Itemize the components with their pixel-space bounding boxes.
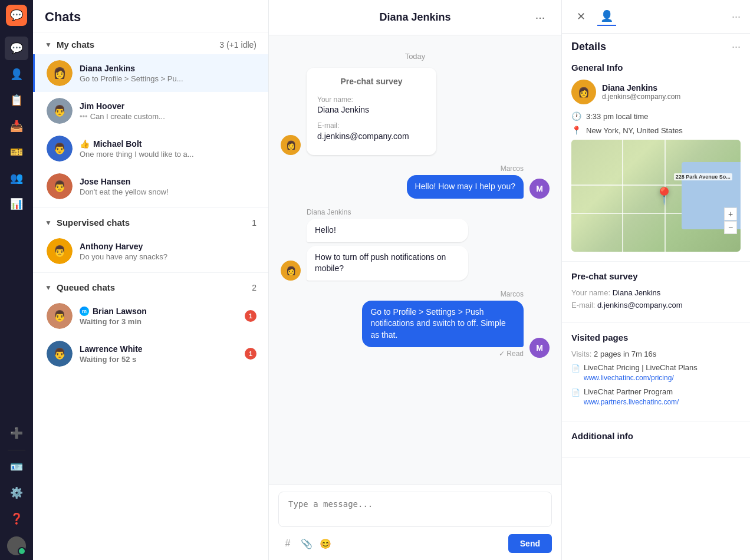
attachment-btn[interactable]: 📎 [297,534,316,553]
chat-preview-text-jim: Can I create custom... [90,112,165,121]
user-avatar[interactable] [7,536,26,555]
avatar-img-anthony: 👨 [47,238,73,264]
map-container[interactable]: 228 Park Avenue So... 📍 + − [571,140,741,252]
chat-item-lawrence[interactable]: 👨 Lawrence White Waiting for 52 s 1 [33,335,268,373]
send-button[interactable]: Send [508,534,552,553]
details-title: Details [571,41,606,53]
chat-item-diana[interactable]: 👩 Diana Jenkins Go to Profile > Settings… [33,54,268,92]
messenger-icon-brian: m [80,307,89,316]
queued-chevron: ▼ [45,284,52,292]
page-title-2: LiveChat Partner Program [584,387,679,396]
queued-chats-section-header[interactable]: ▼ Queued chats 2 [33,275,268,297]
nav-item-contacts[interactable]: 👤 [5,62,28,86]
bubble-1: Hello! How may I help you? [407,175,524,199]
hashtag-btn[interactable]: # [278,534,297,553]
info-location-row: 📍 New York, NY, United States [571,126,741,135]
page-url-2[interactable]: www.partners.livechatinc.com/ [584,398,679,406]
info-time: 3:33 pm local time [586,112,649,121]
my-chats-section-header[interactable]: ▼ My chats 3 (+1 idle) [33,32,268,54]
nav-item-add[interactable]: ➕ [5,421,28,445]
general-info-user-row: 👩 Diana Jenkins d.jenkins@company.com [571,80,741,104]
msg-sender-diana: Diana Jenkins [307,208,468,216]
survey-bubble: Pre-chat survey Your name: Diana Jenkins… [307,68,436,155]
survey-name-label: Your name: [317,95,426,105]
msg-avatar-marcos-1: M [529,179,550,199]
chat-content-jim: Jim Hoover ••• Can I create custom... [80,101,256,121]
pre-chat-email-row: E-mail: d.jenkins@company.com [571,301,741,309]
chat-item-jim[interactable]: 👨 Jim Hoover ••• Can I create custom... [33,92,268,130]
page-url-1[interactable]: www.livechatinc.com/pricing/ [584,374,674,382]
thumbup-icon: 👍 [80,139,90,149]
chat-name-anthony: Anthony Harvey [80,242,256,251]
details-more-btn[interactable]: ··· [732,41,741,53]
input-actions: # 📎 😊 Send [278,534,552,553]
chat-more-btn[interactable]: ··· [531,8,550,27]
nav-item-team[interactable]: 👥 [5,166,28,190]
page-icon-2: 📄 [571,388,580,397]
close-panel-btn[interactable]: ✕ [571,7,590,26]
badge-lawrence: 1 [245,348,256,360]
nav-item-settings[interactable]: ⚙️ [5,481,28,505]
sidebar-header: Chats [33,0,268,32]
clock-icon: 🕐 [571,111,581,121]
visited-pages-section: Visited pages Visits: 2 pages in 7m 16s … [562,323,750,421]
chat-item-anthony[interactable]: 👨 Anthony Harvey Do you have any snacks? [33,232,268,270]
visits-value: 2 pages in 7m 16s [594,350,656,358]
main-chat: Diana Jenkins ··· Today 👩 Pre-chat surve… [269,0,561,560]
supervised-chats-section-header[interactable]: ▼ Supervised chats 1 [33,210,268,232]
emoji-btn[interactable]: 😊 [316,534,335,553]
pre-chat-title: Pre-chat survey [571,271,741,281]
chat-title: Diana Jenkins [379,11,450,24]
nav-item-help[interactable]: ❓ [5,507,28,531]
chat-item-michael[interactable]: 👨 👍 Michael Bolt One more thing I would … [33,130,268,167]
chat-preview-diana: Go to Profile > Settings > Pu... [80,74,256,83]
chat-content-diana: Diana Jenkins Go to Profile > Settings >… [80,64,256,83]
zoom-out-btn[interactable]: − [724,221,737,234]
map-address-label: 228 Park Avenue So... [674,173,732,180]
nav-item-chats[interactable]: 💬 [5,37,28,60]
queued-title: Queued chats [57,282,252,292]
survey-content: Pre-chat survey Your name: Diana Jenkins… [307,68,436,155]
general-info-name: Diana Jenkins [602,83,680,93]
msg-content-2: Diana Jenkins Hello! How to turn off pus… [307,208,468,281]
map-road-1 [622,140,623,252]
survey-title: Pre-chat survey [317,76,426,88]
visited-pages-title: Visited pages [571,332,741,342]
general-info-email: d.jenkins@company.com [602,93,680,101]
page-icon-1: 📄 [571,364,580,373]
nav-item-reports[interactable]: 📋 [5,88,28,112]
avatar-brian: 👨 [47,303,73,329]
chat-preview-jose: Don't eat the yellow snow! [80,187,256,196]
nav-item-tickets[interactable]: 🎫 [5,140,28,164]
avatar-img-diana: 👩 [47,60,73,86]
nav-item-inbox[interactable]: 📥 [5,114,28,138]
right-panel: ✕ 👤 ··· Details ··· General Info 👩 Diana… [561,0,750,560]
chat-name-lawrence: Lawrence White [80,344,245,354]
typing-dots-jim: ••• [80,112,88,121]
chat-item-brian[interactable]: 👨 m Brian Lawson Waiting for 3 min 1 [33,297,268,335]
msg-sender-1: Marcos [407,164,524,173]
nav-item-analytics[interactable]: 📊 [5,192,28,216]
nav-item-billing[interactable]: 🪪 [5,455,28,479]
panel-more-btn[interactable]: ··· [732,11,741,23]
chat-item-jose[interactable]: 👨 Jose Hansen Don't eat the yellow snow! [33,167,268,205]
avatar-img-lawrence: 👨 [47,341,73,367]
zoom-in-btn[interactable]: + [724,207,737,220]
survey-avatar: 👩 [281,135,301,155]
message-row-1: M Marcos Hello! How may I help you? [281,164,550,199]
page-visit-2: 📄 LiveChat Partner Program www.partners.… [571,387,741,407]
avatar-michael: 👨 [47,136,73,162]
pre-chat-name-row: Your name: Diana Jenkins [571,288,741,297]
general-info-avatar: 👩 [571,80,596,104]
logo-icon: 💬 [10,9,23,22]
message-input[interactable] [278,492,552,527]
user-tab-btn[interactable]: 👤 [597,7,616,26]
chat-name-jim: Jim Hoover [80,101,256,111]
avatar-lawrence: 👨 [47,341,73,367]
info-time-row: 🕐 3:33 pm local time [571,111,741,121]
general-info-user-details: Diana Jenkins d.jenkins@company.com [602,83,680,101]
msg-content-3: Marcos Go to Profile > Settings > Push n… [362,290,524,358]
avatar-diana: 👩 [47,60,73,86]
chat-preview-lawrence: Waiting for 52 s [80,355,245,364]
pre-chat-email-label: E-mail: [571,301,595,309]
